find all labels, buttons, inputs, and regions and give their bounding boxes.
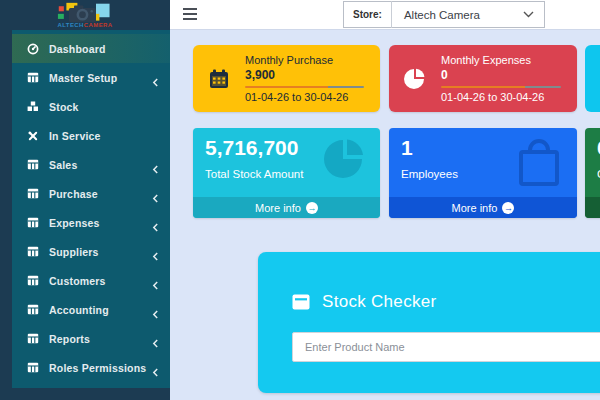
sidebar-item-label: Stock: [49, 101, 79, 113]
card-title: Monthly Purchase: [245, 54, 364, 66]
chevron-left-icon: [152, 305, 159, 323]
sidebar-item-roles-permissions[interactable]: Roles Permissions: [12, 353, 170, 382]
store-label: Store:: [344, 9, 391, 20]
box-icon: [292, 294, 310, 310]
table-icon: [26, 304, 40, 315]
more-info-link[interactable]: More info→: [389, 197, 577, 218]
sidebar-item-in-service[interactable]: In Service: [12, 121, 170, 150]
stock-checker-title: Stock Checker: [322, 292, 436, 312]
table-icon: [26, 246, 40, 257]
sidebar-item-reports[interactable]: Reports: [12, 324, 170, 353]
sidebar-item-label: Roles Permissions: [49, 362, 146, 374]
sidebar: ALTECHCAMERA Dashboard Master Setup: [0, 0, 170, 400]
tachometer-icon: [26, 43, 40, 55]
chevron-left-icon: [152, 334, 159, 352]
topbar: Store: Altech Camera: [170, 0, 600, 30]
product-name-input[interactable]: [292, 332, 600, 362]
chevron-left-icon: [152, 160, 159, 178]
sidebar-item-label: Dashboard: [49, 43, 106, 55]
arrow-right-icon: →: [502, 202, 514, 214]
chevron-down-icon[interactable]: [523, 11, 544, 18]
more-info-link[interactable]: More info→: [193, 197, 380, 218]
table-icon: [26, 72, 40, 83]
table-icon: [26, 217, 40, 228]
sidebar-item-purchase[interactable]: Purchase: [12, 179, 170, 208]
stock-checker-header: Stock Checker: [292, 292, 600, 312]
table-icon: [26, 362, 40, 373]
sidebar-item-label: Suppliers: [49, 246, 99, 258]
brand-logo[interactable]: ALTECHCAMERA: [0, 0, 170, 30]
table-icon: [26, 159, 40, 170]
hamburger-menu-icon[interactable]: [183, 8, 197, 23]
pie-chart-icon: [322, 136, 368, 186]
chevron-left-icon: [152, 189, 159, 207]
brand-text: ALTECHCAMERA: [57, 22, 112, 28]
pie-chart-icon: [389, 67, 441, 91]
more-info-link[interactable]: More info→: [585, 197, 600, 218]
partial-card: 6 C More info→: [585, 128, 600, 218]
sidebar-item-stock[interactable]: Stock: [12, 92, 170, 121]
card-value: 0: [441, 68, 561, 82]
partial-card[interactable]: [585, 45, 600, 112]
sidebar-item-expenses[interactable]: Expenses: [12, 208, 170, 237]
monthly-expenses-card[interactable]: Monthly Expenses 0 01-04-26 to 30-04-26: [389, 45, 577, 112]
cubes-icon: [26, 101, 40, 112]
card-title: Monthly Expenses: [441, 54, 561, 66]
sidebar-item-accounting[interactable]: Accounting: [12, 295, 170, 324]
sidebar-item-label: Customers: [49, 275, 106, 287]
store-selector: Store: Altech Camera: [343, 1, 545, 28]
table-icon: [26, 188, 40, 199]
sidebar-item-sales[interactable]: Sales: [12, 150, 170, 179]
sidebar-menu: Dashboard Master Setup Stock In Servic: [12, 30, 170, 388]
sidebar-item-customers[interactable]: Customers: [12, 266, 170, 295]
shopping-bag-icon: [513, 136, 565, 192]
sidebar-item-suppliers[interactable]: Suppliers: [12, 237, 170, 266]
dashboard-page: ALTECHCAMERA Dashboard Master Setup: [0, 0, 600, 400]
chevron-left-icon: [152, 73, 159, 91]
camera-logo-icon: [46, 2, 124, 24]
table-icon: [26, 275, 40, 286]
total-stock-amount-card: 5,716,700 Total Stock Amount More info→: [193, 128, 380, 218]
main-content: Monthly Purchase 3,900 01-04-26 to 30-04…: [170, 30, 600, 400]
sidebar-item-label: Expenses: [49, 217, 100, 229]
employees-card: 1 Employees More info→: [389, 128, 577, 218]
calendar-icon: [193, 68, 245, 90]
sidebar-item-label: Purchase: [49, 188, 98, 200]
card-period: 01-04-26 to 30-04-26: [441, 91, 561, 103]
chevron-left-icon: [152, 276, 159, 294]
chevron-left-icon: [152, 218, 159, 236]
chevron-left-icon: [152, 247, 159, 265]
card-period: 01-04-26 to 30-04-26: [245, 91, 364, 103]
sidebar-item-label: Accounting: [49, 304, 109, 316]
chevron-left-icon: [152, 363, 159, 381]
sidebar-item-dashboard[interactable]: Dashboard: [12, 34, 170, 63]
store-select[interactable]: Altech Camera: [392, 9, 523, 21]
arrow-right-icon: →: [306, 202, 318, 214]
monthly-purchase-card[interactable]: Monthly Purchase 3,900 01-04-26 to 30-04…: [193, 45, 380, 112]
table-icon: [26, 333, 40, 344]
progress-bar: [441, 86, 561, 88]
stock-checker-panel: Stock Checker: [258, 252, 600, 393]
sidebar-item-label: In Service: [49, 130, 101, 142]
progress-bar: [245, 86, 364, 88]
card-value: 3,900: [245, 68, 364, 82]
sidebar-item-master-setup[interactable]: Master Setup: [12, 63, 170, 92]
sidebar-item-label: Master Setup: [49, 72, 117, 84]
sidebar-item-label: Sales: [49, 159, 77, 171]
sidebar-item-label: Reports: [49, 333, 90, 345]
tools-icon: [26, 130, 40, 142]
